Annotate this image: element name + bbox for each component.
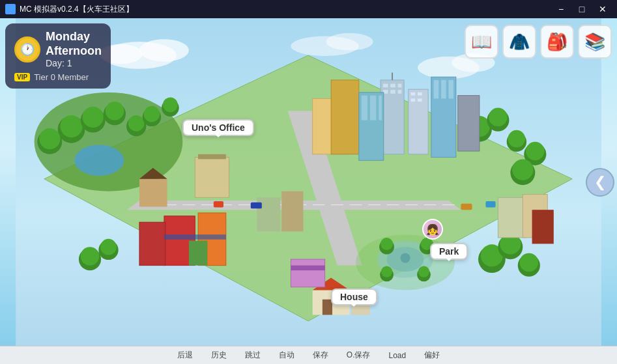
svg-rect-53 — [398, 84, 402, 88]
svg-rect-116 — [281, 191, 303, 232]
vip-badge: VIP — [14, 73, 30, 81]
svg-point-26 — [144, 106, 160, 122]
character-avatar: 👧 — [422, 219, 443, 240]
svg-point-34 — [508, 130, 526, 148]
svg-point-2 — [139, 39, 189, 61]
svg-rect-98 — [164, 234, 226, 240]
time-label: Monday Afternoon — [46, 30, 102, 58]
character: 👧 — [422, 219, 446, 242]
svg-rect-123 — [291, 266, 324, 271]
location-label-house[interactable]: House — [331, 288, 377, 305]
outfit-button[interactable]: 🧥 — [502, 25, 536, 59]
preferences-button[interactable]: 偏好 — [422, 350, 442, 361]
svg-rect-61 — [418, 92, 422, 96]
svg-rect-60 — [411, 92, 416, 96]
clock-icon: 🕐 — [14, 36, 40, 63]
location-label-text: House — [340, 292, 368, 302]
bottom-bar: 后退 历史 跳过 自动 保存 O.保存 Load 偏好 — [0, 346, 617, 364]
svg-rect-55 — [390, 90, 395, 94]
svg-rect-119 — [485, 201, 495, 207]
day-label: Day: 1 — [46, 58, 102, 68]
svg-point-32 — [489, 108, 507, 126]
svg-rect-96 — [139, 222, 165, 265]
title-bar-left: MC 模拟器v0.2.4【火车王社区】 — [5, 4, 134, 15]
svg-rect-78 — [370, 96, 376, 120]
svg-rect-112 — [532, 210, 554, 244]
location-label-park[interactable]: Park — [430, 243, 468, 260]
svg-rect-56 — [398, 90, 402, 94]
svg-rect-77 — [362, 96, 367, 120]
game-area: 🕐 Monday Afternoon Day: 1 VIP Tier 0 Mem… — [0, 18, 617, 346]
clock-row: 🕐 Monday Afternoon Day: 1 — [14, 30, 102, 68]
svg-rect-67 — [441, 80, 446, 98]
auto-button[interactable]: 自动 — [276, 350, 297, 361]
svg-point-16 — [60, 115, 82, 137]
svg-point-22 — [39, 128, 60, 149]
svg-point-28 — [163, 97, 178, 112]
svg-rect-63 — [418, 98, 422, 102]
location-label-unos-office[interactable]: Uno's Office — [182, 119, 254, 136]
title-text: MC 模拟器v0.2.4【火车王社区】 — [20, 4, 134, 15]
bag-button[interactable]: 🎒 — [540, 25, 574, 59]
location-label-text: Park — [439, 246, 459, 257]
period: Afternoon — [46, 44, 102, 57]
svg-rect-100 — [195, 158, 229, 198]
quick-save-button[interactable]: O.保存 — [344, 350, 373, 361]
svg-point-91 — [418, 266, 429, 277]
svg-point-14 — [74, 145, 124, 176]
arrow-icon: ❮ — [594, 174, 606, 191]
svg-point-46 — [81, 247, 99, 265]
svg-rect-69 — [458, 96, 480, 151]
maximize-button[interactable]: □ — [573, 0, 591, 18]
arrow-button[interactable]: ❮ — [586, 168, 614, 197]
toolbar: 📖 🧥 🎒 📚 — [465, 25, 612, 59]
svg-rect-113 — [139, 179, 167, 207]
svg-rect-68 — [448, 80, 453, 98]
map-button[interactable]: 📖 — [465, 25, 498, 59]
back-button[interactable]: 后退 — [175, 350, 195, 361]
svg-point-36 — [526, 142, 544, 160]
time-info: Monday Afternoon Day: 1 — [46, 30, 102, 68]
vip-row: VIP Tier 0 Member — [14, 72, 102, 82]
app-icon — [5, 4, 16, 14]
svg-point-20 — [106, 102, 124, 120]
book-button[interactable]: 📚 — [578, 25, 612, 59]
skip-button[interactable]: 跳过 — [242, 350, 263, 361]
load-button[interactable]: Load — [386, 351, 409, 360]
clock-face: 🕐 — [20, 42, 35, 57]
svg-point-18 — [83, 107, 104, 128]
svg-rect-79 — [379, 96, 382, 120]
save-button[interactable]: 保存 — [310, 350, 331, 361]
history-button[interactable]: 历史 — [208, 350, 229, 361]
svg-point-89 — [381, 266, 392, 277]
svg-rect-73 — [331, 80, 359, 154]
svg-point-7 — [326, 33, 373, 51]
svg-point-85 — [380, 238, 393, 250]
svg-rect-108 — [498, 197, 526, 238]
svg-point-48 — [100, 239, 117, 255]
svg-rect-121 — [291, 259, 324, 287]
svg-rect-118 — [251, 203, 262, 208]
window-controls: − □ ✕ — [552, 0, 612, 18]
svg-rect-99 — [189, 241, 207, 266]
member-label: Tier 0 Member — [34, 72, 89, 82]
svg-rect-52 — [390, 84, 395, 88]
svg-point-44 — [520, 253, 538, 272]
info-panel: 🕐 Monday Afternoon Day: 1 VIP Tier 0 Mem… — [5, 23, 111, 89]
minimize-button[interactable]: − — [552, 0, 570, 18]
svg-point-24 — [128, 115, 145, 132]
title-bar: MC 模拟器v0.2.4【火车王社区】 − □ ✕ — [0, 0, 617, 18]
svg-rect-102 — [198, 154, 226, 160]
svg-point-38 — [512, 159, 533, 180]
svg-rect-117 — [214, 201, 223, 207]
location-label-text: Uno's Office — [192, 122, 245, 133]
day-name: Monday — [46, 30, 90, 43]
svg-rect-51 — [383, 84, 388, 88]
svg-rect-66 — [434, 80, 439, 98]
svg-rect-120 — [461, 204, 472, 210]
svg-rect-62 — [411, 98, 416, 102]
close-button[interactable]: ✕ — [594, 0, 612, 18]
